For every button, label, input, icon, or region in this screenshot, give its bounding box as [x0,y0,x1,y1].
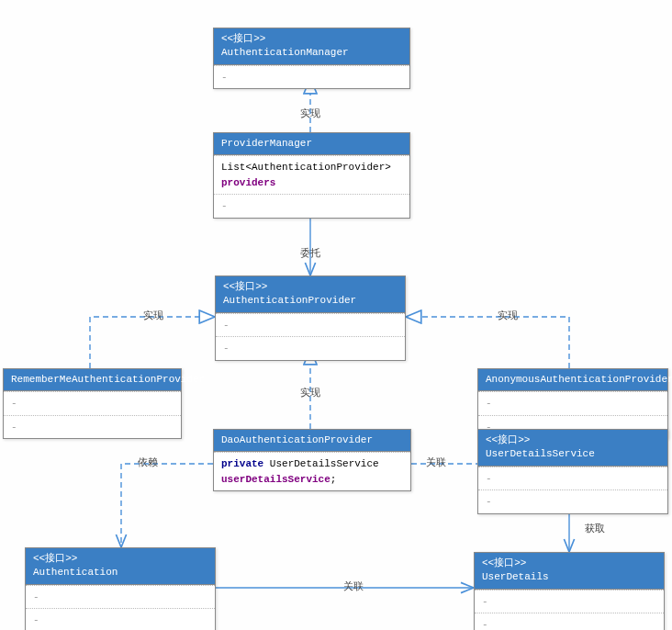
stereotype-label: <<接口>> [486,433,660,447]
stereotype-label: <<接口>> [221,32,402,46]
stereotype-label: <<接口>> [33,552,207,566]
empty-compartment: - [33,614,39,625]
class-title: DaoAuthenticationProvider [221,433,403,447]
attr-name: providers [221,177,275,188]
class-title: AuthenticationManager [221,46,402,60]
class-title: UserDetails [482,570,656,584]
attr-name: userDetailsService [221,474,330,485]
label-realize-4: 实现 [298,386,322,399]
attr-type: List<AuthenticationProvider> [221,162,391,173]
empty-compartment: - [11,398,17,409]
empty-compartment: - [33,591,39,602]
class-title: AuthenticationProvider [223,294,398,308]
class-authentication-manager: <<接口>> AuthenticationManager - [213,28,410,89]
label-assoc-1: 关联 [424,456,448,469]
empty-compartment: - [486,473,492,484]
class-title: AnonymousAuthenticationProvider [486,373,660,387]
attr-keyword: private [221,458,263,469]
class-authentication: <<接口>> Authentication - - [25,547,216,630]
empty-compartment: - [223,343,230,354]
class-dao-auth-provider: DaoAuthenticationProvider private UserDe… [213,429,411,491]
empty-compartment: - [482,596,488,607]
stereotype-label: <<接口>> [482,557,656,570]
label-realize-1: 实现 [298,107,322,120]
label-realize-2: 实现 [141,309,165,322]
empty-compartment: - [486,398,492,409]
label-depend: 依赖 [136,456,160,469]
stereotype-label: <<接口>> [223,280,398,294]
class-title: RememberMeAuthenticationProvider [11,373,174,387]
class-title: ProviderManager [221,137,402,151]
class-user-details-service: <<接口>> UserDetailsService - - [477,429,668,514]
empty-compartment: - [482,619,488,630]
class-remember-me-provider: RememberMeAuthenticationProvider - - [3,368,182,439]
empty-compartment: - [11,422,17,433]
label-obtain: 获取 [583,522,607,535]
label-delegate: 委托 [298,246,322,260]
class-authentication-provider: <<接口>> AuthenticationProvider - - [215,276,406,361]
empty-compartment: - [486,496,492,507]
class-title: UserDetailsService [486,447,660,461]
attr-type: UserDetailsService [270,458,379,469]
empty-compartment: - [223,320,230,331]
label-realize-3: 实现 [496,309,520,322]
empty-compartment: - [221,72,228,83]
class-title: Authentication [33,566,207,579]
label-assoc-2: 关联 [342,579,365,593]
empty-compartment: - [221,200,228,211]
class-user-details: <<接口>> UserDetails - - [474,552,665,630]
class-provider-manager: ProviderManager List<AuthenticationProvi… [213,132,410,219]
